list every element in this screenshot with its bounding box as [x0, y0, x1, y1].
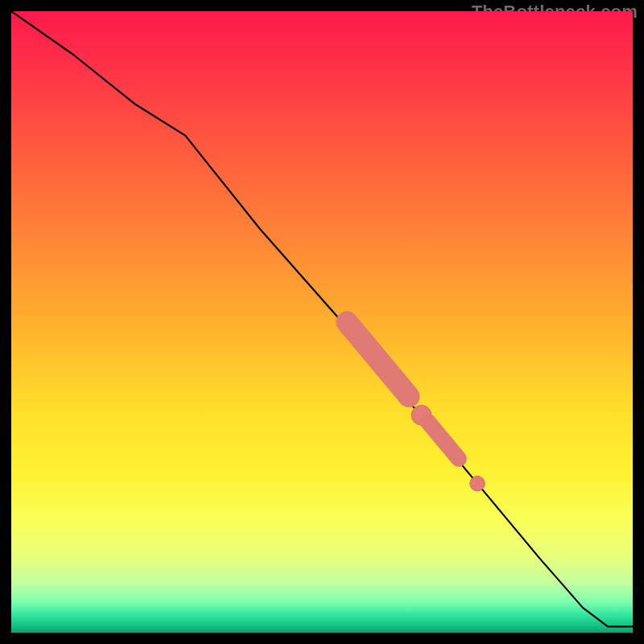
highlight-segment-1 — [347, 322, 409, 397]
bottleneck-curve — [11, 11, 633, 626]
highlight-annotations — [347, 322, 485, 491]
chart-frame: TheBottleneck.com — [0, 0, 644, 644]
highlight-segment-2 — [427, 422, 459, 459]
plot-area — [11, 11, 633, 633]
chart-overlay — [11, 11, 633, 633]
highlight-dot-2 — [470, 476, 485, 491]
